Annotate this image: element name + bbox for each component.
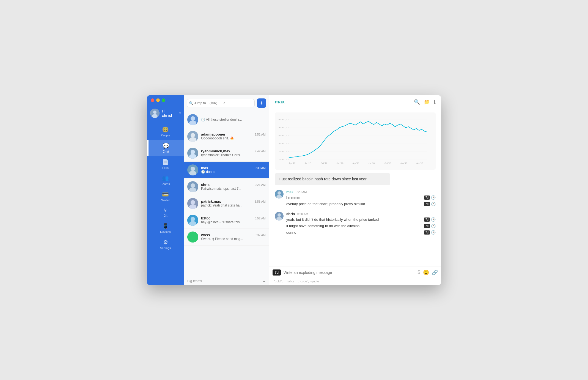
sidebar: Hi chris! ▾ 😊 People 💬 Chat 📄 Files 👥 Te… (147, 95, 184, 285)
msg-line: yeah, but it didn't do that historically… (286, 216, 436, 223)
timer-icon: 🕐 (431, 195, 436, 200)
search-input[interactable] (187, 99, 255, 107)
conv-preview: 🕐 dunno (201, 170, 266, 174)
conversation-item-adamjspooner[interactable]: adamjspooner 9:51 AM Ooooooooooh shit. 🔥 (184, 128, 269, 145)
folder-icon[interactable]: 📁 (424, 99, 430, 105)
user-greeting: Hi chris! (162, 109, 177, 118)
timer-icon: 🕐 (431, 217, 436, 222)
search-icon[interactable]: 🔍 (414, 99, 420, 105)
svg-text:Oct '18: Oct '18 (384, 162, 391, 164)
chat-title: max (275, 99, 285, 105)
sidebar-item-wallet[interactable]: 💳 Wallet (147, 188, 184, 205)
expiry-badge: 7d (424, 217, 430, 222)
msg-text: it might have something to do with the a… (286, 223, 359, 229)
avatar (150, 109, 160, 118)
svg-point-4 (189, 120, 196, 125)
conv-info: b1tcc 8:52 AM hey @b1tcc - I'll share th… (201, 216, 266, 224)
section-header[interactable]: Big teams ▲ (184, 277, 269, 285)
conv-avatar (187, 215, 198, 226)
conversation-item-max[interactable]: max 9:30 AM 🕐 dunno (184, 162, 269, 178)
expiry-badge: 7d (424, 224, 430, 228)
msg-text: overlay price on that chart, probably pr… (286, 201, 365, 207)
msg-text: dunno (286, 230, 296, 235)
info-icon[interactable]: ℹ (434, 99, 436, 105)
nav-items: 😊 People 💬 Chat 📄 Files 👥 Teams 💳 Wallet… (147, 122, 184, 285)
sidebar-item-files[interactable]: 📄 Files (147, 156, 184, 172)
conv-info: woss 8:37 AM Sweet. :) Please send msg..… (201, 233, 266, 241)
conv-name: ryanminnick,max (201, 149, 230, 153)
hash-rate-chart: 60,000,000 50,000,000 40,000,000 30,000,… (278, 116, 432, 165)
conv-name: patrick,max (201, 199, 221, 203)
conv-avatar (187, 114, 198, 125)
msg-text: yeah, but it didn't do that historically… (286, 217, 379, 222)
chat-input-row: 7d $ 🙂 🔗 (269, 266, 441, 279)
conversation-item-woss[interactable]: woss 8:37 AM Sweet. :) Please send msg..… (184, 229, 269, 246)
compose-button[interactable]: + (257, 98, 266, 108)
chat-input-area: 7d $ 🙂 🔗 *bold*, __italics__, `code`, >q… (269, 266, 441, 285)
svg-text:50,000,000: 50,000,000 (279, 126, 289, 128)
emoji-icon[interactable]: 🙂 (423, 269, 429, 276)
conversation-item-b1tcc[interactable]: b1tcc 8:52 AM hey @b1tcc - I'll share th… (184, 212, 269, 229)
maximize-button[interactable] (162, 98, 165, 102)
app-window: Hi chris! ▾ 😊 People 💬 Chat 📄 Files 👥 Te… (147, 95, 441, 285)
user-header[interactable]: Hi chris! ▾ (147, 104, 184, 122)
people-icon: 😊 (162, 126, 169, 133)
search-wrap: 🔍 (187, 99, 255, 107)
conv-preview: Ooooooooooh shit. 🔥 (201, 136, 266, 140)
link-icon[interactable]: 🔗 (432, 269, 438, 276)
svg-text:Jan '19: Jan '19 (400, 162, 407, 164)
close-button[interactable] (151, 98, 154, 102)
input-hint: *bold*, __italics__, `code`, >quote (269, 279, 441, 285)
msg-sender-name: max (286, 190, 293, 194)
conversation-item-chris[interactable]: chris 9:21 AM Pairwise matchups, last 7.… (184, 178, 269, 195)
minimize-button[interactable] (156, 98, 160, 102)
svg-point-10 (189, 171, 196, 175)
conv-name: max (201, 166, 208, 170)
chat-icon: 💬 (163, 142, 169, 149)
sidebar-item-devices[interactable]: 📱 Devices (147, 220, 184, 236)
svg-point-41 (277, 191, 281, 195)
svg-point-12 (189, 188, 196, 192)
sidebar-item-chat[interactable]: 💬 Chat (147, 140, 184, 156)
dollar-icon[interactable]: $ (417, 269, 420, 275)
conv-time: 8:37 AM (255, 233, 266, 237)
conv-info: 🕐 All these stroller don't r... (201, 118, 266, 122)
conversation-item-ryanminnick-max[interactable]: ryanminnick,max 9:42 AM ryanminnick: Tha… (184, 145, 269, 162)
expiry-badge: 7d (424, 195, 430, 200)
conversation-item[interactable]: 🕐 All these stroller don't r... (184, 111, 269, 128)
conv-info: max 9:30 AM 🕐 dunno (201, 166, 266, 174)
msg-line: it might have something to do with the a… (286, 223, 436, 229)
sidebar-item-git[interactable]: ⑂ Git (147, 205, 184, 220)
devices-icon: 📱 (162, 223, 169, 229)
settings-icon: ⚙ (163, 239, 168, 246)
svg-point-3 (191, 116, 195, 121)
conv-avatar (187, 232, 198, 243)
sidebar-item-teams[interactable]: 👥 Teams (147, 172, 184, 188)
svg-text:Oct '17: Oct '17 (321, 162, 327, 164)
msg-content: chris 9:30 AM yeah, but it didn't do tha… (286, 212, 436, 236)
sidebar-label-files: Files (162, 166, 169, 169)
back-button[interactable]: ‹ (223, 100, 225, 106)
expiry-badge: 7d (424, 230, 430, 235)
conv-preview: hey @b1tcc - I'll share this ... (201, 220, 266, 224)
compose-icon: + (260, 100, 263, 106)
chart-container: 60,000,000 50,000,000 40,000,000 30,000,… (275, 112, 436, 170)
svg-point-5 (191, 133, 195, 137)
conversation-item-patrick-max[interactable]: patrick,max 8:58 AM patrick: Yeah chat s… (184, 195, 269, 212)
sidebar-item-people[interactable]: 😊 People (147, 123, 184, 140)
msg-line: hmmmm 7d 🕐 (286, 194, 436, 201)
conv-info: patrick,max 8:58 AM patrick: Yeah chat s… (201, 199, 266, 207)
svg-text:Apr '18: Apr '18 (353, 162, 359, 164)
search-icon: 🔍 (189, 101, 193, 105)
chevron-down-icon: ▾ (179, 112, 181, 115)
conv-preview: ryanminnick: Thanks Chris... (201, 153, 266, 157)
message-input[interactable] (284, 266, 415, 279)
msg-text: hmmmm (286, 195, 300, 200)
svg-text:40,000,000: 40,000,000 (279, 134, 289, 136)
sidebar-item-settings[interactable]: ⚙ Settings (147, 236, 184, 252)
timer-badge[interactable]: 7d (273, 269, 281, 276)
svg-point-16 (191, 217, 195, 221)
msg-line: overlay price on that chart, probably pr… (286, 201, 436, 207)
conv-time: 9:30 AM (255, 166, 266, 170)
svg-point-11 (191, 183, 195, 188)
